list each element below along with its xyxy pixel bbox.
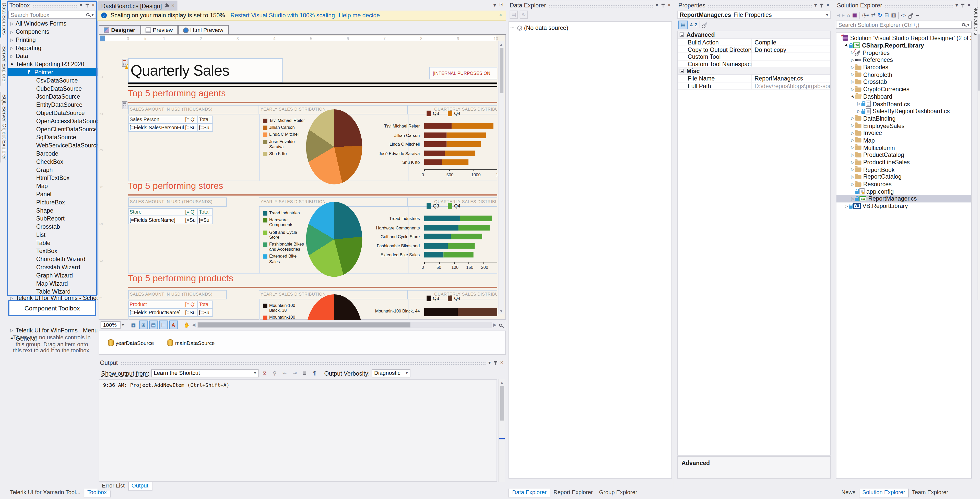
expand-icon[interactable]: ▷: [844, 203, 849, 209]
expand-icon[interactable]: ▷: [850, 174, 855, 179]
toolbox-item-graph[interactable]: Graph: [7, 166, 97, 174]
toolbox-item-pointer[interactable]: Pointer: [7, 68, 97, 77]
properties-section-advanced[interactable]: Advanced: [678, 31, 830, 38]
close-icon[interactable]: ×: [967, 3, 971, 8]
expand-icon[interactable]: ▷: [850, 182, 855, 187]
solution-explorer-search-input[interactable]: Search Solution Explorer (Ctrl+;) ▾: [836, 21, 972, 29]
pin-icon[interactable]: [85, 3, 89, 8]
expand-icon[interactable]: ▷: [850, 123, 855, 128]
scrollbar-thumb[interactable]: [198, 322, 410, 328]
close-icon[interactable]: ×: [92, 3, 95, 8]
toolbox-item-crosstab[interactable]: Crosstab: [7, 223, 97, 231]
property-pages-icon[interactable]: [702, 22, 708, 27]
alphabetical-sort-icon[interactable]: A↓Z: [690, 21, 698, 29]
expand-icon[interactable]: ▷: [850, 57, 855, 62]
sidebar-tab-data-sources[interactable]: Data Sources: [0, 0, 7, 37]
solution-item-resources[interactable]: ▷Resources: [837, 180, 971, 188]
output-source-select[interactable]: Learn the Shortcut ▾: [151, 369, 259, 377]
data-explorer-titlebar[interactable]: Data Explorer ▾ ×: [507, 0, 673, 10]
solution-item-reportcatalog[interactable]: ▷ReportCatalog: [837, 173, 971, 181]
toolbox-group-components[interactable]: ▷Components: [7, 27, 97, 36]
tab-designer[interactable]: Designer: [99, 25, 140, 35]
sections-toggle-icon[interactable]: ▤: [149, 320, 158, 329]
output-titlebar[interactable]: Output ▾ ×: [97, 358, 506, 367]
close-icon[interactable]: ×: [826, 3, 830, 8]
expand-icon[interactable]: ▷: [850, 131, 855, 136]
solution-item-crosstab[interactable]: ▷Crosstab: [837, 78, 971, 86]
toolbox-item-textbox[interactable]: TextBox: [7, 247, 97, 255]
toolbox-group-reporting[interactable]: ▷Reporting: [7, 44, 97, 52]
toolbox-item-csvdatasource[interactable]: CsvDataSource: [7, 76, 97, 84]
pin-icon[interactable]: [961, 3, 965, 8]
toolbox-group-telerik-reporting-r3-2020[interactable]: ▼Telerik Reporting R3 2020: [7, 60, 97, 68]
properties-object-row[interactable]: ReportManager.cs File Properties ▾: [677, 11, 831, 19]
pan-hand-icon[interactable]: ✋: [183, 321, 191, 329]
solution-item-csharp-reportlibrary[interactable]: ▼C#CSharp.ReportLibrary: [837, 41, 971, 49]
hscroll-left-icon[interactable]: ◀: [192, 322, 196, 328]
pin-icon[interactable]: [661, 3, 665, 8]
bottom-tab-error-list[interactable]: Error List: [99, 482, 128, 491]
internal-purposes-textbox[interactable]: [INTERNAL PURPOSES ON: [429, 67, 497, 80]
property-row-custom-tool-namespace[interactable]: Custom Tool Namespace: [678, 61, 830, 68]
solution-item-solution-visual-studio-report-designer-2-of-2-projects[interactable]: ✓Solution 'Visual Studio Report Designer…: [837, 35, 971, 42]
solution-item-app-config[interactable]: app.config: [837, 188, 971, 195]
toolbox-item-entitydatasource[interactable]: EntityDataSource: [7, 100, 97, 109]
toolbox-item-checkbox[interactable]: CheckBox: [7, 158, 97, 166]
tray-item-yeardatasource[interactable]: yearDataSource: [108, 339, 154, 346]
tab-preview[interactable]: Preview: [140, 25, 178, 35]
toolbox-group-telerik-ui-for-winforms-menus[interactable]: ▷Telerik UI for WinForms - Menus & ...: [7, 326, 97, 335]
expand-icon[interactable]: ▷: [850, 160, 855, 165]
bottom-tab-data-explorer[interactable]: Data Explorer: [509, 488, 550, 497]
refresh-icon[interactable]: ↻: [520, 11, 528, 19]
zoom-select[interactable]: 100%: [101, 321, 121, 328]
output-vertical-scrollbar[interactable]: ▲: [498, 379, 505, 481]
toolbox-item-map-wizard[interactable]: Map Wizard: [7, 279, 97, 287]
report-table[interactable]: Product[='Q'Total[=Fields.ProductName][=…: [128, 300, 212, 316]
report-title-textbox[interactable]: Quarterly Sales: [128, 58, 283, 82]
bottom-tab-telerik-ui-for-xamarin-tool[interactable]: Telerik UI for Xamarin Tool...: [7, 488, 84, 497]
toolbox-item-jsondatasource[interactable]: JsonDataSource: [7, 92, 97, 100]
zoom-magnifier-icon[interactable]: [499, 324, 502, 327]
properties-titlebar[interactable]: Properties ▾ ×: [676, 0, 832, 10]
output-verbosity-select[interactable]: Diagnostic ▾: [372, 369, 410, 377]
collapse-icon[interactable]: ▼: [8, 61, 15, 67]
solution-item-dashboard[interactable]: ▼Dashboard: [837, 93, 971, 100]
expand-icon[interactable]: ▷: [850, 138, 855, 143]
report-table[interactable]: Sales Person[='Q'Total[=Fields.SalesPers…: [128, 115, 212, 131]
close-icon[interactable]: ×: [500, 360, 503, 366]
scroll-up-icon[interactable]: ▲: [499, 381, 505, 384]
document-tab[interactable]: DashBoard.cs [Design] ×: [98, 0, 178, 11]
solution-item-reportbook[interactable]: ▷ReportBook: [837, 166, 971, 173]
toolbox-search-input[interactable]: Search Toolbox ▾: [8, 11, 96, 19]
no-datasource-node[interactable]: (No data source): [510, 24, 670, 31]
property-row-file-name[interactable]: File NameReportManager.cs: [678, 75, 830, 82]
solution-item-properties[interactable]: ▷✓Properties: [837, 49, 971, 56]
scrollbar-thumb[interactable]: [500, 386, 504, 421]
collapse-icon[interactable]: [679, 32, 684, 37]
expand-icon[interactable]: ▷: [10, 21, 14, 26]
bottom-tab-solution-explorer[interactable]: Solution Explorer: [859, 488, 909, 497]
window-position-icon[interactable]: ▾: [488, 360, 491, 365]
expand-icon[interactable]: ▷: [850, 196, 855, 201]
categorized-view-icon[interactable]: ▤: [678, 20, 688, 29]
close-icon[interactable]: ×: [171, 3, 175, 8]
expand-icon[interactable]: ▷: [850, 167, 855, 172]
chevron-down-icon[interactable]: ▾: [967, 22, 969, 27]
expand-icon[interactable]: ▷: [856, 101, 861, 106]
toolbox-item-graph-wizard[interactable]: Graph Wizard: [7, 271, 97, 279]
tray-item-maindatasource[interactable]: mainDataSource: [167, 339, 215, 346]
toolbox-group-printing[interactable]: ▷Printing: [7, 35, 97, 44]
pin-icon[interactable]: [163, 2, 170, 9]
expand-icon[interactable]: ▷: [10, 53, 14, 59]
toolbox-item-list[interactable]: List: [7, 230, 97, 239]
goto-message-icon[interactable]: ⚲: [270, 369, 278, 377]
toolbox-item-choropleth-wizard[interactable]: Choropleth Wizard: [7, 255, 97, 263]
bottom-tab-news[interactable]: News: [838, 488, 859, 497]
find-message-icon[interactable]: ⊠: [261, 369, 269, 377]
sidebar-tab-sql-server-object-explorer[interactable]: SQL Server Object Explorer: [0, 91, 7, 162]
property-row-custom-tool[interactable]: Custom Tool: [678, 53, 830, 60]
expand-icon[interactable]: ▷: [850, 65, 855, 70]
toolbox-item-openaccessdatasource[interactable]: OpenAccessDataSource: [7, 117, 97, 125]
back-icon[interactable]: ◂: [837, 12, 840, 18]
toolbox-item-crosstab-wizard[interactable]: Crosstab Wizard: [7, 263, 97, 271]
